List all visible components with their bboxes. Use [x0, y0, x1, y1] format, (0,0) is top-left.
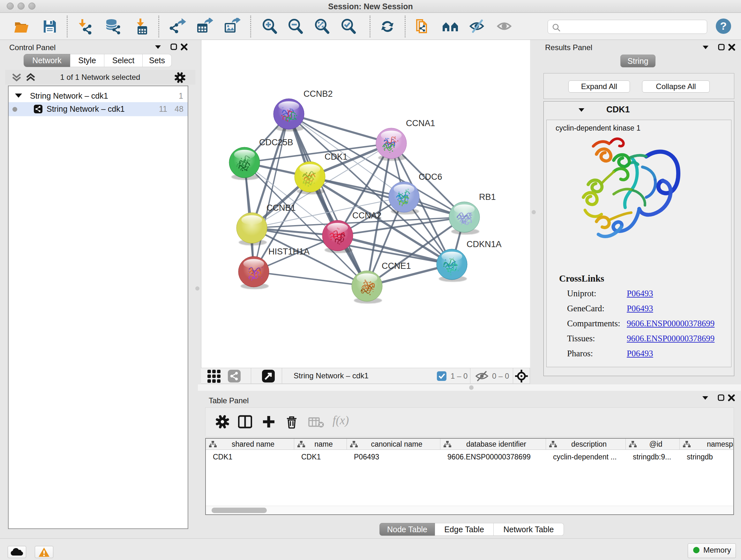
node-CCNB1[interactable]: [237, 212, 267, 246]
tab-sets[interactable]: Sets: [143, 54, 172, 67]
table-cell[interactable]: stringdb: [680, 450, 734, 464]
table-cell[interactable]: stringdb:9...: [626, 450, 680, 464]
column-header-at-id[interactable]: @id: [626, 439, 680, 450]
tree-expand-triangle-icon[interactable]: [14, 92, 23, 99]
table-cell[interactable]: 9606.ENSP00000378699: [441, 450, 546, 464]
tab-network-table[interactable]: Network Table: [494, 523, 564, 536]
column-type-icon: [209, 441, 217, 448]
tab-node-table[interactable]: Node Table: [380, 523, 435, 536]
tab-string[interactable]: String: [620, 55, 656, 67]
panel-menu-icon[interactable]: [155, 45, 161, 49]
node-CCNA2[interactable]: [322, 220, 353, 253]
save-session-button[interactable]: [41, 18, 58, 35]
panel-menu-icon[interactable]: [702, 396, 708, 400]
clone-network-button[interactable]: [414, 18, 431, 35]
edge-HIST1H1A-CCNE1[interactable]: [254, 272, 367, 286]
first-neighbors-button[interactable]: [442, 18, 459, 35]
panel-close-icon[interactable]: [729, 395, 734, 400]
zoom-fit-button[interactable]: [313, 18, 331, 35]
apply-layout-button[interactable]: [379, 18, 396, 35]
node-HIST1H1A[interactable]: [239, 256, 269, 289]
panel-close-icon[interactable]: [182, 44, 187, 50]
table-cell[interactable]: CDK1: [206, 450, 294, 464]
tab-network[interactable]: Network: [23, 54, 70, 67]
control-panel: Control Panel NetworkStyleSelectSets 1 o…: [3, 40, 198, 538]
panel-menu-icon[interactable]: [703, 46, 709, 49]
edge-CCNB2-CCNE1[interactable]: [289, 114, 367, 286]
collapse-triangle-icon[interactable]: [578, 107, 585, 112]
column-header-canonical-name[interactable]: canonical name: [347, 439, 441, 450]
import-network-database-button[interactable]: [105, 18, 122, 35]
hide-selected-button[interactable]: [469, 18, 486, 35]
crosslink-link[interactable]: P06493: [627, 304, 653, 314]
export-network-button[interactable]: [169, 18, 186, 35]
splitter-handle[interactable]: [469, 385, 474, 390]
table-cell[interactable]: P06493: [347, 450, 441, 464]
column-header-namespace[interactable]: namespace: [680, 439, 734, 450]
collapse-all-button[interactable]: Collapse All: [642, 80, 710, 92]
collapse-all-tree-icon[interactable]: [13, 74, 20, 80]
center-view-crosshair-icon[interactable]: [515, 369, 529, 383]
zoom-in-button[interactable]: [261, 18, 278, 35]
import-table-file-button[interactable]: [134, 18, 151, 35]
left-splitter-handle[interactable]: [195, 287, 199, 291]
table-cell[interactable]: CDK1: [294, 450, 347, 464]
protein-details: cyclin-dependent kinase 1 CrossLinks Uni…: [546, 120, 731, 367]
crosslink-link[interactable]: P06493: [627, 289, 653, 299]
crosslink-link[interactable]: 9606.ENSP00000378699: [627, 319, 715, 328]
node-CCNA1[interactable]: [376, 128, 407, 161]
delete-column-icon[interactable]: [285, 415, 299, 429]
expand-all-tree-icon[interactable]: [27, 74, 35, 80]
warning-button[interactable]: [35, 546, 53, 558]
panel-float-icon[interactable]: [719, 44, 724, 50]
crosslink-link[interactable]: 9606.ENSP00000378699: [627, 334, 715, 344]
network-share-icon[interactable]: [228, 370, 241, 382]
scrollbar-thumb[interactable]: [212, 508, 267, 513]
delete-table-icon[interactable]: [308, 416, 324, 428]
node-CDC25B[interactable]: [229, 147, 260, 180]
expand-all-button[interactable]: Expand All: [568, 80, 630, 92]
right-splitter-handle[interactable]: [532, 210, 536, 214]
function-builder-fx-icon[interactable]: f(x): [333, 414, 349, 427]
main-toolbar: ?: [0, 13, 741, 40]
birds-eye-view-icon[interactable]: [207, 369, 221, 383]
search-input[interactable]: [563, 21, 704, 32]
zoom-out-button[interactable]: [287, 18, 304, 35]
network-collection-row[interactable]: String Network – cdk11: [9, 89, 188, 104]
table-row[interactable]: CDK1CDK1P064939606.ENSP00000378699cyclin…: [206, 450, 733, 464]
open-session-button[interactable]: [13, 18, 30, 35]
node-RB1[interactable]: [449, 202, 480, 235]
panel-float-icon[interactable]: [171, 44, 177, 50]
tab-select[interactable]: Select: [105, 54, 143, 67]
help-button[interactable]: ?: [715, 18, 732, 35]
cloud-button[interactable]: [8, 546, 26, 558]
show-all-button[interactable]: [496, 18, 514, 35]
export-table-button[interactable]: [196, 18, 213, 35]
open-in-new-window-icon[interactable]: [262, 370, 275, 382]
column-header-description[interactable]: description: [546, 439, 626, 450]
network-row-selected[interactable]: String Network – cdk11148: [9, 102, 188, 116]
tab-edge-table[interactable]: Edge Table: [435, 523, 494, 536]
zoom-selected-button[interactable]: [340, 18, 357, 35]
add-column-icon[interactable]: [262, 415, 276, 429]
column-header-shared-name[interactable]: shared name: [206, 439, 294, 450]
node-CCNE1[interactable]: [352, 271, 382, 304]
crosslink-link[interactable]: P06493: [627, 349, 653, 359]
protein-header[interactable]: CDK1: [544, 102, 734, 118]
show-columns-icon[interactable]: [238, 415, 252, 429]
memory-button[interactable]: Memory: [688, 543, 736, 558]
panel-float-icon[interactable]: [718, 395, 724, 400]
column-header-database-identifier[interactable]: database identifier: [441, 439, 546, 450]
column-header-name[interactable]: name: [294, 439, 347, 450]
node-CDK1[interactable]: [294, 162, 325, 194]
table-options-gear-icon[interactable]: [215, 415, 229, 429]
network-options-gear-icon[interactable]: [174, 71, 186, 84]
table-cell[interactable]: cyclin-dependent ...: [546, 450, 626, 464]
panel-close-icon[interactable]: [729, 45, 734, 50]
network-view-canvas[interactable]: CCNB2CCNA1CDC25BCDK1CDC6RB1CCNB1CCNA2CDK…: [201, 40, 530, 368]
import-network-file-button[interactable]: [76, 18, 93, 35]
table-horizontal-scrollbar[interactable]: [206, 506, 733, 514]
tab-style[interactable]: Style: [70, 54, 105, 67]
export-image-button[interactable]: [223, 18, 241, 35]
node-CDKN1A[interactable]: [436, 249, 467, 282]
